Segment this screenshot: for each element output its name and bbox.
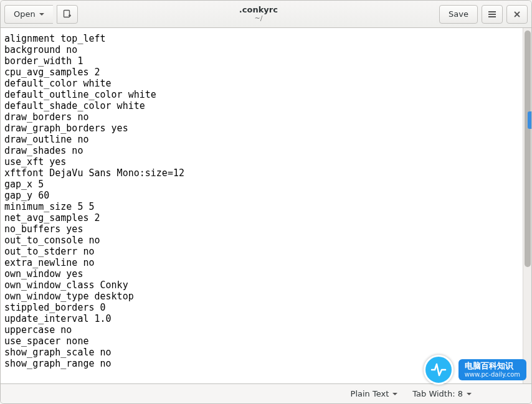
- new-tab-button[interactable]: [57, 5, 78, 24]
- svg-rect-3: [488, 11, 496, 12]
- vertical-scrollbar[interactable]: [523, 28, 531, 383]
- title-area: .conkyrc ~/: [78, 6, 439, 22]
- chevron-down-icon: [392, 393, 397, 395]
- scrollbar-thumb[interactable]: [525, 31, 531, 267]
- open-button[interactable]: Open: [4, 5, 53, 24]
- document-subtitle: ~/: [254, 15, 262, 22]
- editor-area: alignment top_left background no border_…: [1, 28, 531, 383]
- side-indicator: [528, 111, 531, 129]
- chevron-down-icon: [467, 393, 472, 395]
- text-editor[interactable]: alignment top_left background no border_…: [1, 28, 523, 383]
- tab-width-label: Tab Width: 8: [412, 389, 463, 398]
- chevron-down-icon: [39, 13, 44, 16]
- editor-window: Open .conkyrc ~/ Save: [0, 0, 532, 404]
- status-bar: Plain Text Tab Width: 8: [1, 383, 531, 403]
- menu-button[interactable]: [482, 5, 503, 24]
- new-document-icon: [62, 9, 72, 19]
- svg-rect-0: [64, 10, 69, 17]
- close-icon: [513, 10, 521, 19]
- header-bar: Open .conkyrc ~/ Save: [1, 1, 531, 28]
- tab-width-selector[interactable]: Tab Width: 8: [412, 389, 472, 398]
- close-button[interactable]: [506, 5, 528, 24]
- save-button[interactable]: Save: [439, 5, 478, 24]
- language-label: Plain Text: [351, 389, 389, 398]
- svg-rect-5: [488, 16, 496, 17]
- open-button-label: Open: [14, 9, 36, 19]
- hamburger-icon: [487, 9, 497, 19]
- save-button-label: Save: [449, 9, 468, 19]
- svg-rect-4: [488, 14, 496, 15]
- document-title: .conkyrc: [239, 6, 278, 14]
- language-selector[interactable]: Plain Text: [351, 389, 398, 398]
